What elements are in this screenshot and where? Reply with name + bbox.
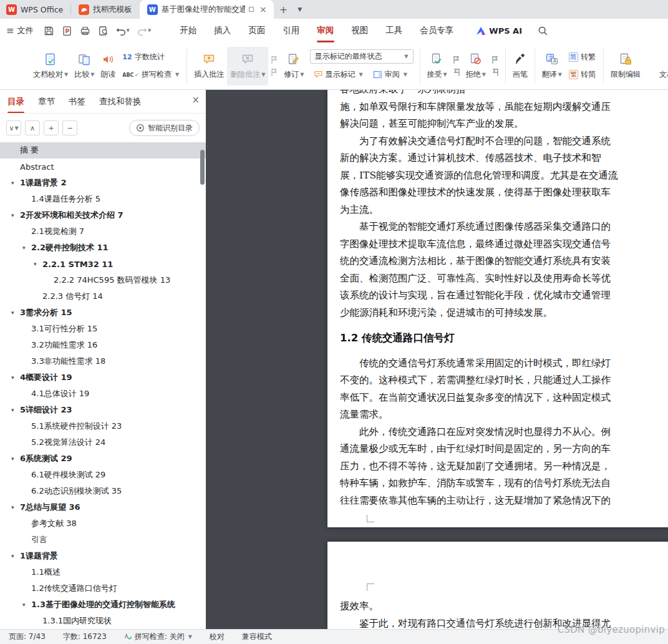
outline-item[interactable]: 摘 要 <box>0 142 206 159</box>
read-aloud-button[interactable]: 朗读 <box>97 47 119 85</box>
outline-item[interactable]: 参考文献 38 <box>0 515 206 532</box>
outline-item[interactable]: 4.1总体设计 19 <box>0 386 206 402</box>
sidebar-close-icon[interactable]: × <box>191 95 200 105</box>
spell-check-button[interactable]: ABC 拼写检查 ▼ <box>119 67 183 83</box>
expand-button[interactable]: + <box>44 120 59 135</box>
outline-item[interactable]: 6.1硬件模块测试 29 <box>0 467 206 483</box>
outline-item[interactable]: ▾5详细设计 23 <box>0 402 206 418</box>
collapse-arrow-icon[interactable]: ▾ <box>34 261 42 267</box>
page-indicator[interactable]: 页面: 7/43 <box>9 632 46 642</box>
outline-item[interactable]: ▾4概要设计 19 <box>0 369 206 386</box>
redo-button[interactable]: ▼ <box>135 24 153 37</box>
previous-comment-icon[interactable] <box>270 56 279 64</box>
outline-item[interactable]: 引言 <box>0 532 206 548</box>
document-page-7[interactable]: 各地政府采取了一系列限制措施，如单双号限行和车牌限量发放等，虽能在短期内缓解交通… <box>327 90 668 527</box>
save-button[interactable] <box>41 24 57 38</box>
collapse-button[interactable]: − <box>62 120 77 135</box>
menu-tab-会员专享[interactable]: 会员专享 <box>411 19 462 42</box>
smart-recognize-button[interactable]: 智能识别目录 <box>129 120 200 136</box>
outline-item[interactable]: 5.1系统硬件控制设计 23 <box>0 418 206 434</box>
outline-item[interactable]: ▾1课题背景 <box>0 548 206 564</box>
show-markup-button[interactable]: 显示标记 ▼ <box>310 66 367 82</box>
compare-button[interactable]: 比较▼ <box>71 47 97 85</box>
docer-template-tab[interactable]: 找稻壳模板 <box>71 0 140 19</box>
doc-proofing-button[interactable]: 文档校对▼ <box>30 47 71 85</box>
sidebar-tab-书签[interactable]: 书签 <box>69 90 85 113</box>
outline-item[interactable]: ▾1课题背景 2 <box>0 175 206 191</box>
to-simplified-button[interactable]: 繁 转简 <box>565 67 599 83</box>
menu-tab-开始[interactable]: 开始 <box>171 19 205 42</box>
outline-item[interactable]: 3.1可行性分析 15 <box>0 321 206 337</box>
menu-tab-引用[interactable]: 引用 <box>274 19 308 42</box>
collapse-arrow-icon[interactable]: ▾ <box>22 245 31 251</box>
collapse-all-button[interactable]: ∧ <box>25 120 40 135</box>
outline-item[interactable]: 3.3非功能性需求 18 <box>0 353 206 369</box>
previous-change-icon[interactable] <box>452 56 461 64</box>
outline-item[interactable]: 2.2.2 74HC595 数码管模块 13 <box>0 272 206 288</box>
undo-button[interactable]: ▼ <box>114 24 132 37</box>
collapse-arrow-icon[interactable]: ▾ <box>11 407 20 413</box>
sidebar-tab-目录[interactable]: 目录 <box>7 90 24 113</box>
outline-level-button[interactable]: ∨▼ <box>6 120 21 135</box>
collapse-arrow-icon[interactable]: ▾ <box>11 374 20 381</box>
translate-button[interactable]: 文A 翻译▼ <box>539 47 565 85</box>
previous-revision-icon[interactable] <box>491 56 500 64</box>
outline-item[interactable]: 3.2功能性需求 16 <box>0 337 206 353</box>
sidebar-scrollbar-thumb[interactable] <box>200 150 205 185</box>
restrict-editing-button[interactable]: 限制编辑 <box>607 47 644 85</box>
reject-change-button[interactable]: 拒绝▼ <box>463 47 489 85</box>
outline-item[interactable]: ▾6系统测试 29 <box>0 451 206 467</box>
word-count-button[interactable]: 12 字数统计 <box>119 49 183 66</box>
tab-close-icon[interactable]: × <box>258 5 269 14</box>
search-button[interactable] <box>535 23 551 39</box>
document-page-8[interactable]: 援效率。鉴于此，对现有路口交通信号灯系统进行创新和改进显得尤 <box>327 542 668 629</box>
print-preview-button[interactable] <box>95 24 111 38</box>
menu-tab-页面[interactable]: 页面 <box>240 19 274 42</box>
sidebar-tab-查找和替换[interactable]: 查找和替换 <box>99 90 142 113</box>
compat-mode-indicator[interactable]: 兼容模式 <box>242 632 272 642</box>
outline-item[interactable]: ▾1.3基于图像处理的交通灯控制智能系统 <box>0 597 206 613</box>
proofread-button[interactable]: 校对 <box>210 632 225 642</box>
next-revision-icon[interactable] <box>491 68 500 77</box>
sidebar-tab-章节[interactable]: 章节 <box>38 90 55 113</box>
delete-comment-button[interactable]: 删除批注▼ <box>227 47 268 85</box>
print-button[interactable] <box>77 24 93 38</box>
accept-change-button[interactable]: 接受▼ <box>424 47 450 85</box>
menu-tab-视图[interactable]: 视图 <box>342 19 377 42</box>
markup-state-select[interactable]: 显示标记的最终状态 ▼ <box>310 49 414 64</box>
collapse-arrow-icon[interactable]: ▾ <box>11 504 20 510</box>
spellcheck-indicator[interactable]: A 拼写检查: 关闭 ▼ <box>124 632 192 642</box>
new-tab-button[interactable]: + <box>274 0 293 19</box>
outline-item[interactable]: 2.1视觉检测 7 <box>0 223 206 240</box>
menu-tab-审阅[interactable]: 审阅 <box>308 19 342 42</box>
menu-tab-工具[interactable]: 工具 <box>377 19 411 42</box>
outline-item[interactable]: ▾3需求分析 15 <box>0 305 206 321</box>
export-pdf-button[interactable]: P <box>59 24 75 38</box>
collapse-arrow-icon[interactable]: ▾ <box>22 602 31 608</box>
outline-item[interactable]: 1.3.1国内研究现状 <box>0 613 206 629</box>
insert-comment-button[interactable]: 插入批注 <box>191 47 227 85</box>
to-traditional-button[interactable]: 简 转繁 <box>565 49 599 66</box>
collapse-arrow-icon[interactable]: ▾ <box>11 212 20 218</box>
outline-item[interactable]: 6.2动态识别模块测试 35 <box>0 483 206 499</box>
outline-item[interactable]: ▾2.2硬件控制技术 11 <box>0 240 206 256</box>
tab-pin-icon[interactable] <box>249 7 254 12</box>
collapse-arrow-icon[interactable]: ▾ <box>11 310 20 316</box>
doc-permission-button[interactable]: 文档权限 <box>656 47 668 85</box>
document-tab[interactable]: W 基于图像处理的智能交通灯控 × <box>140 0 274 19</box>
outline-item[interactable]: 1.4课题任务分析 5 <box>0 191 206 207</box>
undo-dropdown-icon[interactable]: ▼ <box>127 28 130 33</box>
menu-tab-插入[interactable]: 插入 <box>205 19 240 42</box>
outline-item[interactable]: 1.1概述 <box>0 564 206 580</box>
outline-item[interactable]: 1.2传统交通路口信号灯 <box>0 580 206 597</box>
outline-item[interactable]: Abstract <box>0 159 206 175</box>
track-changes-button[interactable]: 修订▼ <box>281 47 307 85</box>
next-change-icon[interactable] <box>452 68 461 77</box>
ink-brush-button[interactable]: 画笔 <box>510 47 531 85</box>
redo-dropdown-icon[interactable]: ▼ <box>148 28 151 33</box>
wps-ai-button[interactable]: WPS AI <box>476 26 522 36</box>
outline-item[interactable]: ▾2.2.1 STM32 11 <box>0 256 206 272</box>
next-comment-icon[interactable] <box>270 68 279 77</box>
collapse-arrow-icon[interactable]: ▾ <box>11 180 20 186</box>
word-count-indicator[interactable]: 字数: 16723 <box>63 632 107 642</box>
